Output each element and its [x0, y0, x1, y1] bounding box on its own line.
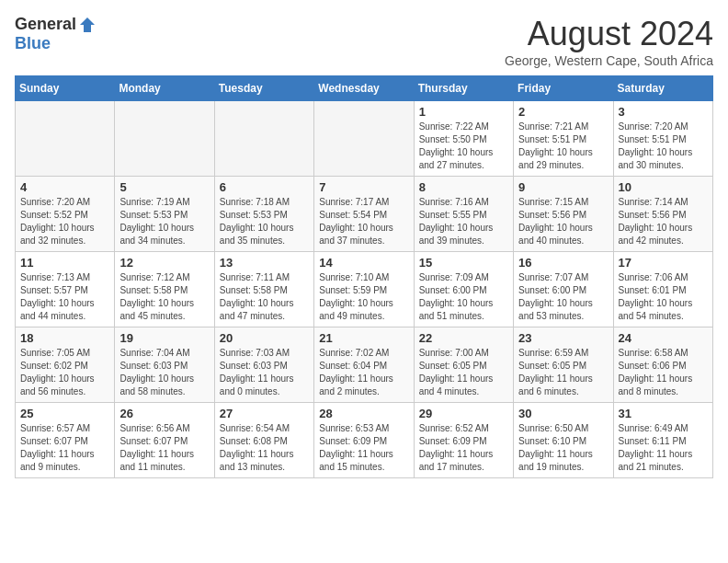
day-info: Sunrise: 6:58 AM Sunset: 6:06 PM Dayligh…	[619, 347, 708, 398]
day-info: Sunrise: 7:00 AM Sunset: 6:05 PM Dayligh…	[419, 347, 508, 398]
day-number: 29	[419, 407, 508, 420]
logo-icon	[78, 16, 97, 34]
day-info: Sunrise: 7:06 AM Sunset: 6:01 PM Dayligh…	[619, 271, 708, 323]
calendar-cell: 20 Sunrise: 7:03 AM Sunset: 6:03 PM Dayl…	[214, 327, 313, 403]
day-number: 14	[319, 256, 408, 270]
day-info: Sunrise: 7:07 AM Sunset: 6:00 PM Dayligh…	[518, 271, 608, 323]
day-info: Sunrise: 6:56 AM Sunset: 6:07 PM Dayligh…	[119, 422, 209, 474]
calendar-cell: 17 Sunrise: 7:06 AM Sunset: 6:01 PM Dayl…	[613, 252, 712, 327]
title-area: August 2024 George, Western Cape, South …	[505, 15, 713, 68]
day-number: 3	[619, 105, 708, 119]
logo-general-text: General	[15, 15, 76, 34]
day-info: Sunrise: 7:16 AM Sunset: 5:55 PM Dayligh…	[419, 196, 508, 247]
calendar-week-row: 18 Sunrise: 7:05 AM Sunset: 6:02 PM Dayl…	[16, 327, 713, 403]
calendar-table: SundayMondayTuesdayWednesdayThursdayFrid…	[15, 75, 713, 478]
day-info: Sunrise: 6:59 AM Sunset: 6:05 PM Dayligh…	[518, 347, 608, 398]
day-info: Sunrise: 7:21 AM Sunset: 5:51 PM Dayligh…	[518, 121, 608, 172]
day-of-week-header: Thursday	[414, 76, 513, 101]
calendar-cell: 7 Sunrise: 7:17 AM Sunset: 5:54 PM Dayli…	[314, 177, 414, 252]
day-number: 20	[220, 331, 309, 345]
calendar-cell: 21 Sunrise: 7:02 AM Sunset: 6:04 PM Dayl…	[314, 327, 414, 403]
day-number: 18	[20, 331, 109, 345]
day-number: 28	[319, 407, 408, 420]
day-info: Sunrise: 7:12 AM Sunset: 5:58 PM Dayligh…	[119, 271, 209, 323]
day-number: 11	[20, 256, 109, 270]
logo: General Blue	[15, 15, 97, 53]
day-number: 5	[119, 180, 209, 194]
day-number: 23	[518, 331, 608, 345]
day-number: 12	[119, 256, 209, 270]
day-of-week-header: Saturday	[613, 76, 712, 101]
day-info: Sunrise: 7:15 AM Sunset: 5:56 PM Dayligh…	[518, 196, 608, 247]
day-number: 15	[419, 256, 508, 270]
calendar-cell: 5 Sunrise: 7:19 AM Sunset: 5:53 PM Dayli…	[115, 177, 214, 252]
calendar-cell: 22 Sunrise: 7:00 AM Sunset: 6:05 PM Dayl…	[414, 327, 513, 403]
day-of-week-header: Monday	[115, 76, 214, 101]
day-info: Sunrise: 7:22 AM Sunset: 5:50 PM Dayligh…	[419, 121, 508, 172]
calendar-week-row: 1 Sunrise: 7:22 AM Sunset: 5:50 PM Dayli…	[16, 101, 713, 177]
day-info: Sunrise: 6:54 AM Sunset: 6:08 PM Dayligh…	[220, 422, 309, 474]
day-info: Sunrise: 6:53 AM Sunset: 6:09 PM Dayligh…	[319, 422, 408, 474]
location-text: George, Western Cape, South Africa	[505, 53, 713, 68]
day-info: Sunrise: 7:05 AM Sunset: 6:02 PM Dayligh…	[20, 347, 109, 398]
day-info: Sunrise: 7:02 AM Sunset: 6:04 PM Dayligh…	[319, 347, 408, 398]
calendar-cell: 2 Sunrise: 7:21 AM Sunset: 5:51 PM Dayli…	[514, 101, 613, 177]
day-number: 9	[518, 180, 608, 194]
calendar-cell: 15 Sunrise: 7:09 AM Sunset: 6:00 PM Dayl…	[414, 252, 513, 327]
day-info: Sunrise: 7:11 AM Sunset: 5:58 PM Dayligh…	[220, 271, 309, 323]
calendar-cell: 25 Sunrise: 6:57 AM Sunset: 6:07 PM Dayl…	[16, 403, 115, 478]
calendar-cell: 31 Sunrise: 6:49 AM Sunset: 6:11 PM Dayl…	[613, 403, 712, 478]
day-number: 25	[20, 407, 109, 420]
calendar-cell	[214, 101, 313, 177]
day-of-week-header: Tuesday	[214, 76, 313, 101]
calendar-cell: 18 Sunrise: 7:05 AM Sunset: 6:02 PM Dayl…	[16, 327, 115, 403]
calendar-week-row: 11 Sunrise: 7:13 AM Sunset: 5:57 PM Dayl…	[16, 252, 713, 327]
calendar-week-row: 4 Sunrise: 7:20 AM Sunset: 5:52 PM Dayli…	[16, 177, 713, 252]
calendar-cell: 14 Sunrise: 7:10 AM Sunset: 5:59 PM Dayl…	[314, 252, 414, 327]
calendar-cell: 26 Sunrise: 6:56 AM Sunset: 6:07 PM Dayl…	[115, 403, 214, 478]
day-info: Sunrise: 7:03 AM Sunset: 6:03 PM Dayligh…	[220, 347, 309, 398]
calendar-cell: 12 Sunrise: 7:12 AM Sunset: 5:58 PM Dayl…	[115, 252, 214, 327]
day-info: Sunrise: 6:52 AM Sunset: 6:09 PM Dayligh…	[419, 422, 508, 474]
calendar-cell: 30 Sunrise: 6:50 AM Sunset: 6:10 PM Dayl…	[514, 403, 613, 478]
calendar-cell: 27 Sunrise: 6:54 AM Sunset: 6:08 PM Dayl…	[214, 403, 313, 478]
svg-marker-0	[80, 17, 95, 32]
calendar-cell: 19 Sunrise: 7:04 AM Sunset: 6:03 PM Dayl…	[115, 327, 214, 403]
calendar-cell: 28 Sunrise: 6:53 AM Sunset: 6:09 PM Dayl…	[314, 403, 414, 478]
day-info: Sunrise: 7:14 AM Sunset: 5:56 PM Dayligh…	[619, 196, 708, 247]
day-of-week-header: Sunday	[16, 76, 115, 101]
calendar-cell: 10 Sunrise: 7:14 AM Sunset: 5:56 PM Dayl…	[613, 177, 712, 252]
day-number: 30	[518, 407, 608, 420]
day-number: 2	[518, 105, 608, 119]
day-info: Sunrise: 7:17 AM Sunset: 5:54 PM Dayligh…	[319, 196, 408, 247]
page-header: General Blue August 2024 George, Western…	[15, 15, 713, 68]
day-info: Sunrise: 7:19 AM Sunset: 5:53 PM Dayligh…	[119, 196, 209, 247]
calendar-cell: 29 Sunrise: 6:52 AM Sunset: 6:09 PM Dayl…	[414, 403, 513, 478]
day-info: Sunrise: 6:50 AM Sunset: 6:10 PM Dayligh…	[518, 422, 608, 474]
day-number: 22	[419, 331, 508, 345]
day-info: Sunrise: 7:20 AM Sunset: 5:52 PM Dayligh…	[20, 196, 109, 247]
day-number: 31	[619, 407, 708, 420]
day-number: 21	[319, 331, 408, 345]
day-of-week-header: Friday	[514, 76, 613, 101]
calendar-week-row: 25 Sunrise: 6:57 AM Sunset: 6:07 PM Dayl…	[16, 403, 713, 478]
day-info: Sunrise: 7:18 AM Sunset: 5:53 PM Dayligh…	[220, 196, 309, 247]
day-number: 8	[419, 180, 508, 194]
day-of-week-header: Wednesday	[314, 76, 414, 101]
month-title: August 2024	[505, 15, 713, 53]
day-number: 6	[220, 180, 309, 194]
calendar-cell: 4 Sunrise: 7:20 AM Sunset: 5:52 PM Dayli…	[16, 177, 115, 252]
day-number: 27	[220, 407, 309, 420]
calendar-cell: 3 Sunrise: 7:20 AM Sunset: 5:51 PM Dayli…	[613, 101, 712, 177]
logo-blue-text: Blue	[15, 34, 51, 53]
calendar-cell: 8 Sunrise: 7:16 AM Sunset: 5:55 PM Dayli…	[414, 177, 513, 252]
day-number: 1	[419, 105, 508, 119]
calendar-cell	[115, 101, 214, 177]
day-number: 26	[119, 407, 209, 420]
calendar-cell: 9 Sunrise: 7:15 AM Sunset: 5:56 PM Dayli…	[514, 177, 613, 252]
day-number: 17	[619, 256, 708, 270]
day-info: Sunrise: 7:10 AM Sunset: 5:59 PM Dayligh…	[319, 271, 408, 323]
day-info: Sunrise: 7:04 AM Sunset: 6:03 PM Dayligh…	[119, 347, 209, 398]
day-info: Sunrise: 6:49 AM Sunset: 6:11 PM Dayligh…	[619, 422, 708, 474]
calendar-cell	[16, 101, 115, 177]
